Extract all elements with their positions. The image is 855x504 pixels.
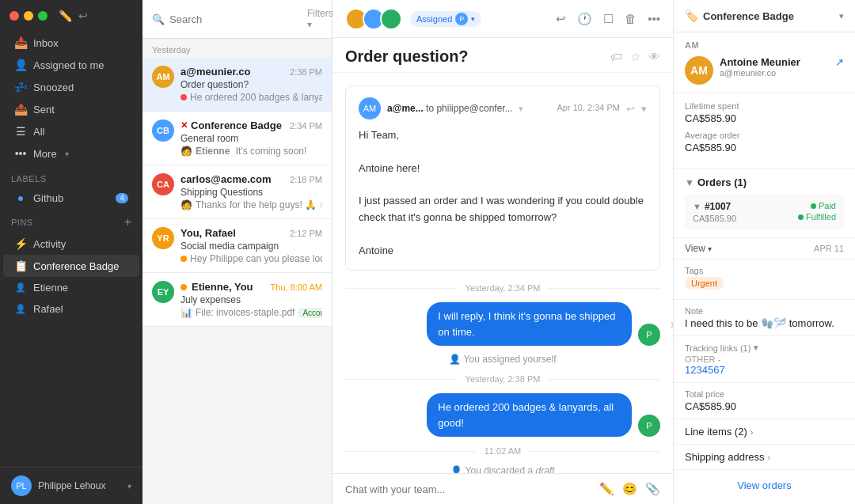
archive-icon[interactable]: ☐	[603, 12, 614, 26]
labels-section-header: Labels	[0, 168, 142, 187]
email-reply-icon[interactable]: ↩	[626, 103, 635, 115]
order-details: ▼ #1007 CA$585.90	[693, 201, 736, 223]
email-more-icon[interactable]: ▾	[641, 103, 647, 115]
conv-avatar-3: CA	[152, 173, 174, 195]
traffic-light-maximize[interactable]	[38, 11, 48, 21]
sidebar-item-conference-badge[interactable]: 📋 Conference Badge	[3, 255, 139, 277]
contact-info: Antoine Meunier a@meunier.co	[720, 56, 829, 78]
sidebar-item-more[interactable]: ••• More ▾	[3, 142, 139, 165]
edit-icon[interactable]: ✏️	[59, 9, 72, 22]
contact-external-link-icon[interactable]: ↗	[835, 56, 844, 68]
attachment-icon[interactable]: 📎	[645, 482, 660, 496]
sidebar-item-github[interactable]: ● Github 4	[3, 187, 139, 209]
etienne-label: Etienne	[33, 282, 68, 294]
order-expand-icon[interactable]: ▼	[693, 202, 701, 211]
user-footer[interactable]: PL Philippe Lehoux ▾	[0, 467, 142, 504]
trash-icon[interactable]: 🗑	[625, 12, 636, 25]
email-expand-icon[interactable]: ▾	[519, 104, 523, 113]
tracking-field: Tracking links (1) ▾ OTHER - 1234567	[674, 336, 855, 383]
view-orders-button[interactable]: View orders	[737, 479, 791, 491]
sidebar-item-rafael[interactable]: 👤 Rafael	[3, 298, 139, 320]
divider-3: 11:02 AM	[345, 446, 660, 456]
compose-footer-icon[interactable]: ✏️	[599, 482, 614, 496]
conv-item-content-4: You, Rafael 2:12 PM Social media campaig…	[180, 227, 322, 264]
clock-icon[interactable]: 🕐	[577, 12, 592, 26]
traffic-light-close[interactable]	[10, 11, 19, 21]
reply-icon[interactable]: ↩	[556, 12, 566, 26]
conversation-item-3[interactable]: CA carlos@acme.com 2:18 PM Shipping Ques…	[142, 165, 332, 219]
tag-icon[interactable]: 🏷	[610, 50, 622, 64]
chat-bubble-1: I will reply, I think it's gonna be ship…	[427, 302, 632, 346]
traffic-light-minimize[interactable]	[24, 11, 33, 21]
sidebar-item-inbox[interactable]: 📥 Inbox	[3, 32, 139, 54]
conv-preview-4: Hey Philippe can you please look int...	[180, 253, 322, 264]
tags-value: Urgent	[685, 277, 724, 290]
compose-icon[interactable]: ↩	[78, 9, 88, 22]
user-avatar: PL	[11, 476, 32, 496]
shipping-field: Shipping address ›	[674, 445, 855, 470]
pins-add-button[interactable]: +	[124, 215, 131, 229]
email-header: AM a@me... to philippe@confer... ▾ Apr 1…	[359, 97, 647, 119]
view-button[interactable]: View ▾	[685, 243, 712, 254]
pins-header: Pins +	[0, 209, 142, 233]
alert-icon-5	[180, 284, 187, 290]
avg-order-value: CA$585.90	[685, 142, 844, 153]
github-badge: 4	[116, 193, 128, 203]
filter-button[interactable]: Filters ▾	[307, 8, 333, 30]
assigned-badge[interactable]: Assigned P ▾	[410, 11, 481, 27]
conversation-item-2[interactable]: CB ✕ Conference Badge 2:34 PM General ro…	[142, 112, 332, 165]
conv-preview-5: 📊 File: invoices-staple.pdf Accounting	[180, 307, 322, 318]
eye-icon[interactable]: 👁	[648, 50, 660, 64]
line-items-chevron-icon[interactable]: ›	[750, 427, 754, 437]
user-name: Philippe Lehoux	[38, 480, 121, 491]
conversation-item-4[interactable]: YR You, Rafael 2:12 PM Social media camp…	[142, 219, 332, 273]
conversation-item-1[interactable]: AM a@meunier.co 2:38 PM Order question? …	[142, 58, 332, 112]
chat-footer: ✏️ 😊 📎	[332, 473, 673, 504]
sidebar-item-label: More	[33, 148, 57, 160]
more-actions-icon[interactable]: •••	[648, 12, 660, 25]
conv-preview-1: He ordered 200 badges & lanyards, ...	[180, 92, 322, 103]
tags-label: Tags	[685, 266, 844, 275]
conv-preview-2: 🧑 Etienne It's coming soon!	[180, 146, 322, 157]
star-icon[interactable]: ☆	[630, 50, 640, 64]
sidebar-item-sent[interactable]: 📤 Sent	[3, 98, 139, 120]
expand-button[interactable]: ›	[671, 317, 673, 332]
conv-item-content-3: carlos@acme.com 2:18 PM Shipping Questio…	[180, 173, 322, 210]
all-icon: ☰	[14, 125, 27, 138]
divider-2: Yesterday, 2:38 PM	[345, 374, 660, 384]
chat-input[interactable]	[345, 483, 591, 495]
unread-dot-1	[180, 94, 187, 100]
search-input[interactable]	[169, 13, 302, 25]
conv-from-4: You, Rafael	[180, 227, 236, 239]
right-header-chevron-icon[interactable]: ▾	[839, 11, 844, 21]
tags-field: Tags Urgent	[674, 260, 855, 300]
orders-collapse-icon[interactable]: ▼	[685, 177, 694, 188]
conference-badge-icon: 📋	[14, 260, 27, 272]
lifetime-spent-label: Lifetime spent	[685, 101, 844, 111]
sidebar-item-all[interactable]: ☰ All	[3, 120, 139, 142]
sidebar-item-label: All	[33, 126, 44, 138]
order-row-1: ▼ #1007 CA$585.90 Paid Fulfilled	[685, 195, 844, 229]
view-orders-section: View orders	[674, 470, 855, 501]
tracking-label: Tracking links (1) ▾	[685, 343, 844, 353]
etienne-icon: 👤	[14, 282, 27, 293]
sidebar-item-activity[interactable]: ⚡ Activity	[3, 233, 139, 255]
assigned-section: Assigned P ▾	[410, 11, 481, 27]
draft-text: draft	[536, 465, 555, 473]
tracking-chevron-icon[interactable]: ▾	[754, 343, 758, 353]
shipping-chevron-icon[interactable]: ›	[767, 453, 770, 462]
order-badges: Paid Fulfilled	[798, 201, 836, 222]
conversation-item-5[interactable]: EY Etienne, You Thu, 8:00 AM July expens…	[142, 273, 332, 327]
thread-header: Assigned P ▾ ↩ 🕐 ☐ 🗑 •••	[332, 0, 673, 38]
conv-from-5: Etienne, You	[180, 281, 253, 293]
email-body: Hi Team, Antoine here! I just passed an …	[359, 127, 647, 259]
sidebar-item-snoozed[interactable]: 💤 Snoozed	[3, 76, 139, 98]
sidebar-item-etienne[interactable]: 👤 Etienne	[3, 277, 139, 298]
right-panel-header: 🏷️ Conference Badge ▾	[674, 0, 855, 32]
emoji-icon[interactable]: 😊	[622, 482, 637, 496]
email-line-2: Antoine here!	[359, 161, 647, 177]
github-label: Github	[33, 192, 63, 204]
sidebar-item-assigned[interactable]: 👤 Assigned to me	[3, 54, 139, 76]
right-header-title: Conference Badge	[703, 10, 834, 22]
tracking-link[interactable]: 1234567	[685, 364, 844, 376]
